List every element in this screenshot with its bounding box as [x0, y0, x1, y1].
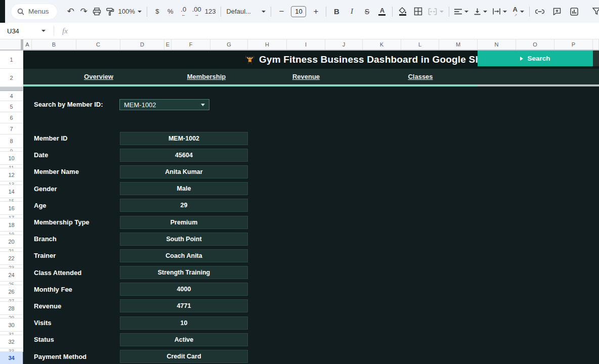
- increase-font-size-button[interactable]: +: [309, 5, 322, 19]
- row-header[interactable]: [0, 87, 23, 91]
- field-value-cell[interactable]: Coach Anita: [120, 249, 248, 262]
- row-header[interactable]: 17: [0, 215, 23, 218]
- column-header[interactable]: K: [363, 39, 401, 50]
- tab-link[interactable]: Classes: [408, 69, 433, 84]
- column-header[interactable]: C: [76, 39, 120, 50]
- insert-chart-button[interactable]: [568, 5, 581, 19]
- row-header[interactable]: 33: [0, 348, 23, 352]
- row-header[interactable]: 32: [0, 335, 23, 348]
- field-value-cell[interactable]: Premium: [120, 216, 248, 229]
- field-value-cell[interactable]: 10: [120, 316, 248, 330]
- row-header[interactable]: 12: [0, 168, 23, 181]
- row-header[interactable]: 25: [0, 282, 23, 285]
- italic-button[interactable]: I: [345, 5, 358, 19]
- column-header[interactable]: J: [325, 39, 363, 50]
- column-header[interactable]: F: [172, 39, 210, 50]
- font-size-input[interactable]: 10: [291, 6, 306, 17]
- text-rotation-button[interactable]: A→: [511, 5, 525, 19]
- name-box[interactable]: U34: [0, 27, 51, 35]
- more-formats-button[interactable]: 123: [203, 5, 218, 19]
- tab-link[interactable]: Overview: [84, 69, 113, 84]
- row-header[interactable]: 16: [0, 202, 23, 215]
- field-value-cell[interactable]: MEM-1002: [120, 132, 248, 145]
- bold-button[interactable]: B: [330, 5, 343, 19]
- column-header[interactable]: A: [23, 39, 32, 50]
- field-value-cell[interactable]: Strength Training: [120, 266, 248, 279]
- row-header[interactable]: 28: [0, 302, 23, 315]
- row-header[interactable]: 19: [0, 232, 23, 235]
- row-header[interactable]: 15: [0, 198, 23, 202]
- field-value-cell[interactable]: 45604: [120, 149, 248, 162]
- decrease-decimal-button[interactable]: .0←: [177, 5, 190, 19]
- row-header[interactable]: 24: [0, 268, 23, 282]
- row-header[interactable]: 14: [0, 185, 23, 198]
- row-header[interactable]: 8: [0, 134, 23, 148]
- row-header[interactable]: 29: [0, 315, 23, 318]
- row-header[interactable]: 22: [0, 252, 23, 265]
- field-value-cell[interactable]: 4771: [120, 299, 248, 312]
- row-header[interactable]: 1: [0, 51, 23, 69]
- row-header[interactable]: 6: [0, 112, 23, 123]
- increase-decimal-button[interactable]: .00→: [190, 5, 203, 19]
- menus-search-button[interactable]: Menus: [11, 4, 57, 19]
- format-percent-button[interactable]: %: [164, 5, 177, 19]
- tab-link[interactable]: Membership: [187, 69, 226, 84]
- row-header[interactable]: 13: [0, 181, 23, 185]
- horizontal-align-button[interactable]: [453, 5, 470, 19]
- strikethrough-button[interactable]: S: [360, 5, 373, 19]
- column-header[interactable]: N: [478, 39, 516, 50]
- row-header[interactable]: 7: [0, 123, 23, 134]
- column-header[interactable]: G: [210, 39, 248, 50]
- row-header[interactable]: 2: [0, 69, 23, 87]
- column-header[interactable]: [593, 39, 599, 50]
- field-value-cell[interactable]: 29: [120, 199, 248, 212]
- fill-color-button[interactable]: [396, 5, 409, 19]
- tab-link[interactable]: Revenue: [292, 69, 320, 84]
- insert-link-button[interactable]: [533, 5, 546, 19]
- row-header[interactable]: 23: [0, 265, 23, 268]
- zoom-select[interactable]: 100%: [117, 5, 143, 19]
- filter-button[interactable]: [590, 4, 599, 18]
- column-header[interactable]: H: [248, 39, 287, 50]
- column-header[interactable]: I: [287, 39, 325, 50]
- row-header[interactable]: 34: [0, 352, 23, 364]
- column-header[interactable]: L: [401, 39, 439, 50]
- borders-button[interactable]: [411, 5, 424, 19]
- column-header[interactable]: B: [32, 39, 76, 50]
- row-header[interactable]: 30: [0, 318, 23, 332]
- row-header[interactable]: 18: [0, 218, 23, 232]
- row-header[interactable]: 21: [0, 248, 23, 252]
- redo-button[interactable]: ↷: [77, 5, 91, 19]
- row-header[interactable]: 26: [0, 285, 23, 298]
- merge-cells-button[interactable]: [426, 5, 445, 19]
- column-header[interactable]: M: [439, 39, 478, 50]
- row-header[interactable]: 5: [0, 101, 23, 112]
- column-header[interactable]: E: [164, 39, 172, 50]
- row-header[interactable]: 10: [0, 152, 23, 165]
- field-value-cell[interactable]: Anita Kumar: [120, 165, 248, 178]
- column-header[interactable]: O: [516, 39, 554, 50]
- row-header[interactable]: 9: [0, 148, 23, 152]
- field-value-cell[interactable]: 4000: [120, 283, 248, 296]
- member-id-dropdown[interactable]: MEM-1002: [119, 99, 209, 110]
- text-color-button[interactable]: A: [375, 5, 389, 19]
- print-button[interactable]: [91, 5, 104, 19]
- undo-button[interactable]: ↶: [64, 5, 77, 19]
- field-value-cell[interactable]: Credit Card: [120, 350, 248, 363]
- format-currency-button[interactable]: $: [151, 5, 164, 19]
- select-all-corner[interactable]: [0, 39, 23, 50]
- insert-comment-button[interactable]: [550, 5, 564, 19]
- field-value-cell[interactable]: South Point: [120, 233, 248, 246]
- column-header[interactable]: P: [554, 39, 593, 50]
- row-header[interactable]: 27: [0, 298, 23, 302]
- paint-format-button[interactable]: [104, 5, 117, 19]
- vertical-align-button[interactable]: [473, 5, 489, 19]
- field-value-cell[interactable]: Male: [120, 182, 248, 195]
- row-header[interactable]: 31: [0, 332, 23, 335]
- decrease-font-size-button[interactable]: −: [275, 5, 288, 19]
- row-header[interactable]: 11: [0, 165, 23, 168]
- font-select[interactable]: Defaul...: [225, 5, 267, 19]
- row-header[interactable]: 20: [0, 235, 23, 248]
- text-wrap-button[interactable]: [491, 5, 508, 19]
- tab-search-active[interactable]: Search: [478, 51, 593, 66]
